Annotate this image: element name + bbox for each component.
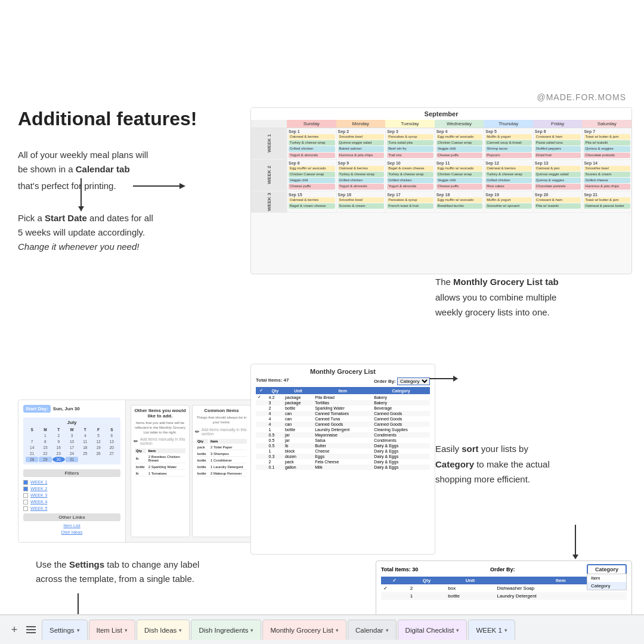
tab-dish-ingredients-label: Dish Ingredients: [199, 627, 248, 634]
calendar-screenshot: September Sunday Monday Tuesday Wednesda…: [250, 107, 632, 274]
mini-calendar-month: July: [26, 420, 118, 425]
sheets-menu-button[interactable]: [24, 623, 38, 637]
category-options: Item Category: [587, 574, 627, 590]
calendar-week-3: WEEK 3 Sep 15 Oatmeal & berries Bagel & …: [251, 191, 631, 213]
calendar-week-1: WEEK 1 Sep 1 Oatmeal & berries Turkey & …: [251, 128, 631, 160]
add-sheet-button[interactable]: +: [6, 621, 23, 638]
tab-monthly-grocery-label: Monthly Grocery List: [270, 627, 333, 634]
filters-section: Filters WEEK 1 WEEK 2 WEEK 3 WEEK 4 WEEK…: [23, 469, 120, 511]
mini-calendar: July SMTWTFS 123456 78910111213 14151617…: [23, 417, 120, 465]
common-items-title: Common Items: [195, 408, 248, 413]
settings-text-block: Use the Settings tab to change any label…: [36, 558, 256, 586]
tab-item-list-arrow: ▾: [125, 627, 128, 633]
tab-monthly-grocery-arrow: ▾: [336, 627, 339, 633]
category-selected: Category: [588, 565, 626, 574]
tab-dish-ingredients[interactable]: Dish Ingredients ▾: [191, 620, 261, 640]
tab-calendar[interactable]: Calendar ▾: [348, 620, 397, 640]
tab-digital-checklist[interactable]: Digital Checklist ▾: [398, 620, 467, 640]
dish-ideas-link[interactable]: Dish Ideas: [23, 530, 120, 535]
right-text-monthly: The Monthly Grocery List taballows you t…: [435, 274, 626, 320]
settings-screenshot: Start Day: Sun, Jun 30 July SMTWTFS 1234…: [18, 400, 256, 543]
grocery-order-by: Order By: CategoryItem: [374, 377, 430, 385]
tabs-bar: + Settings ▾ Item List ▾ Dish Ideas ▾ Di…: [0, 614, 644, 644]
other-items-desc: Items that you add here will be reflecte…: [134, 421, 187, 435]
item-list-link[interactable]: Item List: [23, 523, 120, 528]
tab-calendar-arrow: ▾: [386, 627, 389, 633]
feature-calendar: All of your weekly meal plans willbe sho…: [18, 148, 256, 193]
option-category[interactable]: Category: [587, 582, 626, 590]
sort-arrow: [572, 525, 578, 559]
common-items-desc: Things that should always be in your hom…: [195, 416, 248, 425]
main-heading: Additional features!: [18, 107, 256, 130]
tab-digital-checklist-arrow: ▾: [456, 627, 459, 633]
grocery-bottom-order-by: Order By:: [490, 566, 515, 572]
tab-settings-arrow: ▾: [77, 627, 80, 633]
tab-week1-label: WEEK 1: [476, 627, 501, 634]
option-item[interactable]: Item: [587, 574, 626, 582]
tab-item-list-label: Item List: [97, 627, 122, 634]
tab-digital-checklist-label: Digital Checklist: [405, 627, 454, 634]
tab-settings[interactable]: Settings ▾: [42, 620, 88, 640]
category-dropdown[interactable]: Category Item Category: [587, 564, 627, 575]
watermark: @MADE.FOR.MOMS: [537, 92, 626, 102]
start-day-label: Start Day:: [23, 405, 51, 413]
common-items-section: Common Items Things that should always b…: [192, 405, 251, 537]
filters-label: Filters: [23, 469, 120, 477]
other-links-label: Other Links: [23, 513, 120, 521]
tab-item-list[interactable]: Item List ▾: [89, 620, 135, 640]
tab-week1[interactable]: WEEK 1 ▾: [468, 620, 515, 640]
tab-week1-arrow: ▾: [504, 627, 507, 633]
tab-dish-ideas[interactable]: Dish Ideas ▾: [137, 620, 190, 640]
right-text-sort: Easily sort your lists byCategory to mak…: [435, 441, 626, 487]
tab-monthly-grocery[interactable]: Monthly Grocery List ▾: [262, 620, 346, 640]
tab-calendar-label: Calendar: [355, 627, 383, 634]
tab-dish-ingredients-arrow: ▾: [250, 627, 253, 633]
calendar-day-headers: Sunday Monday Tuesday Wednesday Thursday…: [251, 120, 631, 128]
grocery-arrow: [429, 376, 458, 382]
tab-dish-ideas-label: Dish Ideas: [144, 627, 177, 634]
grocery-bottom-total: Total Items: 30: [381, 566, 418, 572]
other-items-title: Other Items you would like to add.: [134, 408, 187, 419]
grocery-screenshot: Monthly Grocery List Total Items: 47 Ord…: [250, 364, 435, 555]
grocery-total: Total Items: 47: [256, 377, 289, 385]
feature-start-date: Pick a Start Date and dates for all5 wee…: [18, 211, 256, 254]
grocery-title: Monthly Grocery List: [256, 368, 430, 375]
tab-dish-ideas-arrow: ▾: [179, 627, 182, 633]
main-content: Additional features! All of your weekly …: [18, 107, 626, 608]
tab-settings-label: Settings: [49, 627, 75, 634]
calendar-week-2: WEEK 2 Sep 8 Egg muffin w/ avocado Chick…: [251, 160, 631, 191]
other-items-section: Other Items you would like to add. Items…: [131, 405, 190, 537]
left-column: Additional features! All of your weekly …: [18, 107, 256, 272]
start-date-value: Sun, Jun 30: [53, 406, 80, 411]
